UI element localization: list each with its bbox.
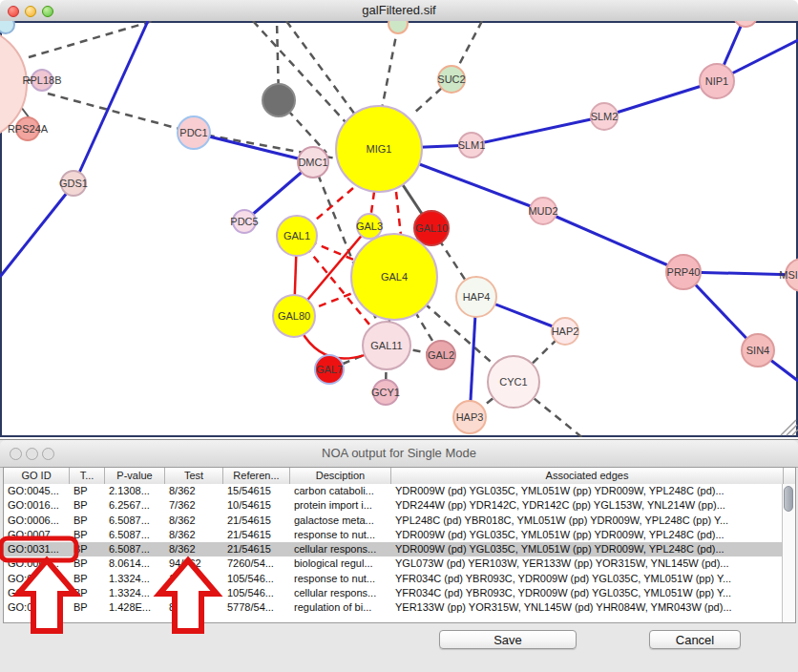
column-header[interactable]: T... — [70, 468, 105, 484]
table-cell[interactable]: YDR009W (pd) YGL035C, YML051W (pp) YDR00… — [391, 484, 782, 498]
table-cell[interactable]: 8.0614... — [105, 556, 165, 571]
node-GCY1[interactable]: GCY1 — [371, 380, 400, 405]
node-HAP2[interactable]: HAP2 — [552, 318, 579, 345]
column-header[interactable]: Associated edges — [391, 468, 784, 484]
table-cell[interactable]: 11/362 — [165, 586, 223, 600]
node-HAP4[interactable]: HAP4 — [456, 277, 496, 317]
node-GAL1[interactable]: GAL1 — [277, 216, 317, 256]
table-cell[interactable]: 8/362 — [165, 542, 223, 556]
noa-titlebar[interactable]: NOA output for Single Mode — [0, 440, 798, 468]
table-cell[interactable]: carbon cataboli... — [290, 484, 391, 498]
table-cell[interactable]: 1.3324... — [105, 572, 165, 586]
cancel-button[interactable]: Cancel — [649, 630, 741, 649]
table-row[interactable]: GO:0006...BP6.5087...8/36221/54615galact… — [4, 514, 782, 528]
table-cell[interactable]: 10/54615 — [223, 498, 290, 513]
column-header[interactable]: Desciption — [290, 468, 391, 484]
column-header[interactable]: Test — [165, 468, 223, 484]
table-row[interactable]: GO:0031...BP6.5087...8/36221/54615cellul… — [4, 542, 782, 556]
table-cell[interactable]: YPL248C (pd) YBR018C, YML051W (pp) YDR00… — [391, 514, 782, 528]
table-cell[interactable]: 1.428E... — [105, 600, 165, 615]
table-cell[interactable]: BP — [70, 556, 105, 571]
table-cell[interactable]: YDR009W (pd) YGL035C, YML051W (pp) YDR00… — [391, 542, 782, 556]
node-GAL4[interactable]: GAL4 — [351, 234, 437, 320]
table-cell[interactable]: 6.5087... — [105, 514, 165, 528]
table-row[interactable]: GO:0016...BP6.2567...7/36210/54615protei… — [4, 498, 782, 513]
network-window-titlebar[interactable]: galFiltered.sif — [0, 0, 798, 22]
table-cell[interactable]: cellular respons... — [290, 586, 391, 600]
table-cell[interactable]: YDR009W (pd) YGL035C, YML051W (pp) YDR00… — [391, 528, 782, 542]
table-cell[interactable]: GO:0031... — [4, 572, 70, 586]
node-CYC1[interactable]: CYC1 — [488, 356, 539, 408]
node-GAL2[interactable]: GAL2 — [427, 341, 455, 369]
table-cell[interactable]: 11/362 — [165, 572, 223, 586]
node-SUC2[interactable]: SUC2 — [437, 66, 465, 93]
table-cell[interactable]: GO:0007... — [4, 528, 70, 542]
scrollbar-thumb[interactable] — [784, 486, 793, 512]
table-cell[interactable]: protein import i... — [290, 498, 391, 513]
node-PRP40[interactable]: PRP40 — [666, 255, 701, 289]
table-cell[interactable]: BP — [70, 484, 105, 498]
table-cell[interactable]: 6.5087... — [105, 542, 165, 556]
table-row[interactable]: GO:0031...BP1.3324...11/362105/546...cel… — [4, 586, 782, 600]
node-DMC1[interactable]: DMC1 — [298, 147, 328, 178]
node-SIN4[interactable]: SIN4 — [742, 334, 774, 367]
node-HAP3[interactable]: HAP3 — [453, 401, 486, 433]
table-cell[interactable]: 94/362 — [165, 556, 223, 571]
table-cell[interactable]: BP — [70, 528, 105, 542]
table-row[interactable]: GO:0050...BP1.428E...80/3625778/54...reg… — [4, 600, 782, 615]
table-cell[interactable]: YGL073W (pd) YER103W, YER133W (pp) YOR31… — [391, 556, 782, 571]
table-cell[interactable]: BP — [70, 586, 105, 600]
table-cell[interactable]: response to nut... — [290, 528, 391, 542]
node-cyancut[interactable] — [0, 21, 14, 33]
table-cell[interactable]: BP — [70, 498, 105, 513]
table-row[interactable]: GO:0031...BP1.3324...11/362105/546...res… — [4, 572, 782, 586]
column-header[interactable]: P-value — [105, 468, 165, 484]
node-GAL80[interactable]: GAL80 — [273, 295, 315, 337]
save-button[interactable]: Save — [439, 630, 577, 649]
table-cell[interactable]: 8/362 — [165, 528, 223, 542]
node-NIP1[interactable]: NIP1 — [700, 64, 734, 98]
network-canvas[interactable]: RPL18BRPS24AGDS1PDC1DMC1MIG1SUC2SLM1SLM2… — [0, 21, 798, 437]
table-cell[interactable]: BP — [70, 542, 105, 556]
table-cell[interactable]: 21/54615 — [223, 542, 290, 556]
table-row[interactable]: GO:0007...BP6.5087...8/36221/54615respon… — [4, 528, 782, 542]
table-cell[interactable]: regulation of bi... — [290, 600, 391, 615]
table-cell[interactable]: 7/362 — [165, 498, 223, 513]
column-header[interactable]: Referen... — [223, 468, 290, 484]
table-cell[interactable]: 8/362 — [165, 484, 223, 498]
table-cell[interactable]: BP — [70, 572, 105, 586]
table-cell[interactable]: galactose meta... — [290, 514, 391, 528]
table-cell[interactable]: 80/362 — [165, 600, 223, 615]
table-cell[interactable]: 2.1308... — [105, 484, 165, 498]
table-cell[interactable]: GO:0031... — [4, 586, 70, 600]
node-GAL7[interactable]: GAL7 — [315, 355, 344, 384]
node-GDS1[interactable]: GDS1 — [59, 171, 88, 196]
node-SLM1[interactable]: SLM1 — [458, 133, 486, 158]
table-cell[interactable]: GO:0050... — [4, 600, 70, 615]
table-cell[interactable]: 105/546... — [223, 586, 290, 600]
node-MUD2[interactable]: MUD2 — [528, 198, 557, 224]
table-row[interactable]: GO:0045...BP2.1308...8/36215/54615carbon… — [4, 484, 782, 498]
node-SLM2[interactable]: SLM2 — [591, 103, 619, 130]
table-cell[interactable]: BP — [70, 600, 105, 615]
table-cell[interactable]: response to nut... — [290, 572, 391, 586]
table-cell[interactable]: 7260/54... — [223, 556, 290, 571]
node-GAL11[interactable]: GAL11 — [363, 322, 410, 369]
table-cell[interactable]: GO:0065... — [4, 556, 70, 571]
node-MIG1[interactable]: MIG1 — [336, 106, 422, 192]
table-cell[interactable]: 8/362 — [165, 514, 223, 528]
node-graynode[interactable] — [262, 84, 295, 116]
table-cell[interactable]: 105/546... — [223, 572, 290, 586]
node-PDC1[interactable]: PDC1 — [178, 116, 210, 149]
table-cell[interactable]: YFR034C (pd) YBR093C, YDR009W (pd) YGL03… — [391, 572, 782, 586]
table-header[interactable]: GO IDT...P-valueTestReferen...Desciption… — [4, 468, 795, 485]
table-cell[interactable]: BP — [70, 514, 105, 528]
table-cell[interactable]: 1.3324... — [105, 586, 165, 600]
table-cell[interactable]: 21/54615 — [223, 528, 290, 542]
table-cell[interactable]: GO:0045... — [4, 484, 70, 498]
table-cell[interactable]: biological regul... — [290, 556, 391, 571]
node-GAL10[interactable]: GAL10 — [414, 211, 449, 245]
node-greencut[interactable] — [388, 21, 408, 33]
table-cell[interactable]: YFR034C (pd) YBR093C, YDR009W (pd) YGL03… — [391, 586, 782, 600]
column-header[interactable]: GO ID — [4, 468, 70, 484]
